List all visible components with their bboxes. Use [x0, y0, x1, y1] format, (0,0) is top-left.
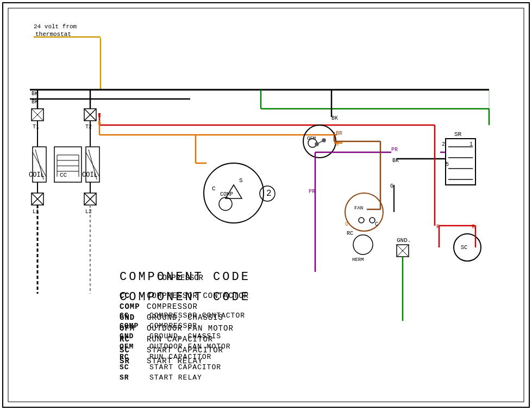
component-code-section: COMPONENT CODE CCCOMPRESSOR CONTACTORCOM… [120, 290, 251, 383]
component-row: SCSTART CAPACITOR [120, 362, 245, 372]
comp-code: COMP [120, 321, 149, 331]
comp-desc: COMPRESSOR CONTACTOR [149, 310, 245, 321]
component-table: CCCOMPRESSOR CONTACTORCOMPCOMPRESSORGNDG… [120, 310, 245, 383]
comp-code: GND [120, 331, 149, 341]
comp-desc: START CAPACITOR [149, 362, 245, 372]
comp-code: SC [120, 362, 149, 372]
component-code-title: COMPONENT CODE [120, 270, 254, 284]
component-code-title: COMPONENT CODE [120, 290, 251, 304]
component-row: RCRUN CAPACITOR [120, 352, 245, 362]
comp-code: SR [120, 372, 149, 383]
comp-desc: START RELAY [149, 372, 245, 383]
component-row: CCCOMPRESSOR CONTACTOR [120, 310, 245, 321]
comp-code: CC [120, 310, 149, 321]
comp-desc: GROUND, CHASSIS [149, 331, 245, 341]
component-row: COMPCOMPRESSOR [120, 321, 245, 331]
component-row: GNDGROUND, CHASSIS [120, 331, 245, 341]
comp-desc: OUTDOOR FAN MOTOR [149, 341, 245, 352]
comp-desc: RUN CAPACITOR [149, 352, 245, 362]
component-row: OFMOUTDOOR FAN MOTOR [120, 341, 245, 352]
comp-code: RC [120, 352, 149, 362]
comp-code: OFM [120, 341, 149, 352]
component-row: SRSTART RELAY [120, 372, 245, 383]
comp-desc: COMPRESSOR [149, 321, 245, 331]
